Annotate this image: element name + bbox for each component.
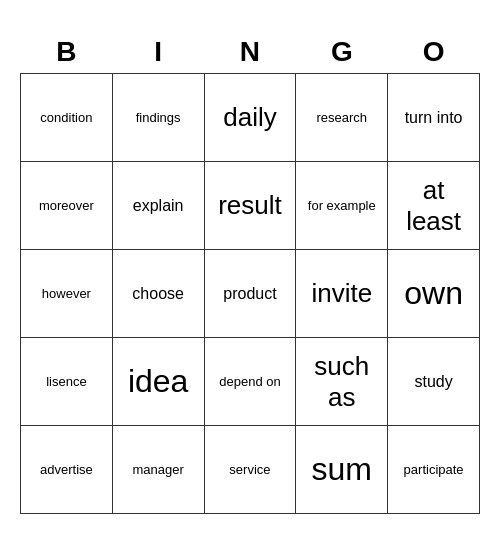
bingo-header-N: N: [204, 30, 296, 74]
bingo-cell-2-3: invite: [296, 250, 388, 338]
bingo-header-G: G: [296, 30, 388, 74]
bingo-cell-1-3: for example: [296, 162, 388, 250]
bingo-cell-4-1: manager: [112, 426, 204, 514]
bingo-cell-3-1: idea: [112, 338, 204, 426]
bingo-cell-0-1: findings: [112, 74, 204, 162]
bingo-row-3: lisenceideadepend onsuch asstudy: [21, 338, 480, 426]
bingo-cell-2-4: own: [388, 250, 480, 338]
bingo-cell-4-3: sum: [296, 426, 388, 514]
bingo-card: BINGO conditionfindingsdailyresearchturn…: [20, 30, 480, 515]
bingo-row-4: advertisemanagerservicesumparticipate: [21, 426, 480, 514]
bingo-cell-2-1: choose: [112, 250, 204, 338]
bingo-cell-0-2: daily: [204, 74, 296, 162]
bingo-header-B: B: [21, 30, 113, 74]
bingo-row-1: moreoverexplainresultfor exampleat least: [21, 162, 480, 250]
bingo-cell-2-0: however: [21, 250, 113, 338]
bingo-cell-1-4: at least: [388, 162, 480, 250]
bingo-cell-2-2: product: [204, 250, 296, 338]
bingo-cell-0-0: condition: [21, 74, 113, 162]
bingo-cell-3-2: depend on: [204, 338, 296, 426]
bingo-cell-3-3: such as: [296, 338, 388, 426]
bingo-cell-4-0: advertise: [21, 426, 113, 514]
bingo-cell-1-0: moreover: [21, 162, 113, 250]
bingo-row-0: conditionfindingsdailyresearchturn into: [21, 74, 480, 162]
bingo-header-I: I: [112, 30, 204, 74]
bingo-row-2: howeverchooseproductinviteown: [21, 250, 480, 338]
bingo-cell-0-4: turn into: [388, 74, 480, 162]
bingo-cell-4-2: service: [204, 426, 296, 514]
bingo-header-O: O: [388, 30, 480, 74]
bingo-cell-3-0: lisence: [21, 338, 113, 426]
bingo-cell-4-4: participate: [388, 426, 480, 514]
bingo-cell-1-2: result: [204, 162, 296, 250]
bingo-cell-0-3: research: [296, 74, 388, 162]
bingo-cell-3-4: study: [388, 338, 480, 426]
bingo-cell-1-1: explain: [112, 162, 204, 250]
